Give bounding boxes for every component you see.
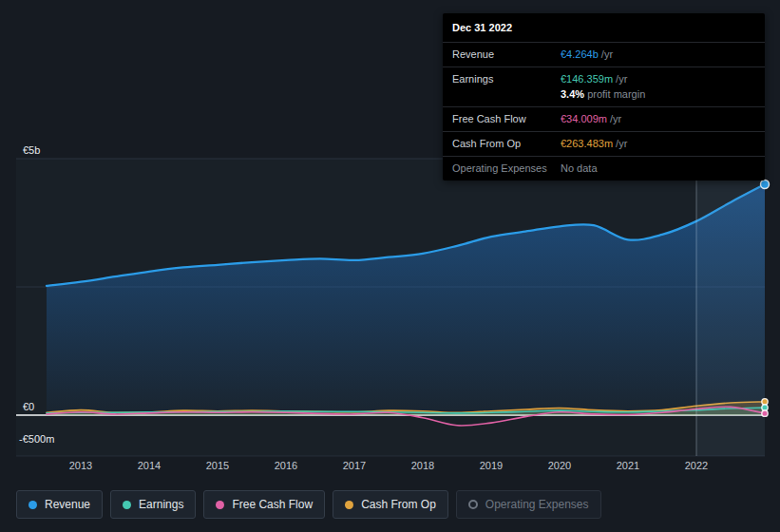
tooltip-row-value: €263.483m /yr (561, 137, 755, 151)
legend-label: Revenue (45, 498, 90, 511)
tooltip-row-value: No data (561, 162, 755, 176)
legend-item-operating-expenses[interactable]: Operating Expenses (456, 490, 601, 519)
legend-item-free-cash-flow[interactable]: Free Cash Flow (203, 490, 325, 519)
tooltip-row-revenue: Revenue€4.264b /yr (443, 42, 765, 66)
tooltip-row-value: €4.264b /yr (561, 48, 755, 62)
legend-item-revenue[interactable]: Revenue (16, 490, 103, 519)
legend-label: Cash From Op (361, 498, 436, 511)
free-cash-flow-series-dot-icon (216, 501, 224, 509)
tooltip-row-label: Operating Expenses (452, 162, 561, 176)
revenue-series-dot-icon (29, 501, 37, 509)
profit-margin-note: 3.4% profit margin (561, 87, 755, 102)
tooltip: Dec 31 2022 Revenue€4.264b /yrEarnings€1… (443, 13, 765, 180)
legend-item-earnings[interactable]: Earnings (110, 490, 196, 519)
tooltip-row-label: Earnings (452, 72, 561, 86)
tooltip-row-value: €146.359m /yr3.4% profit margin (561, 72, 755, 102)
tooltip-row-cash-from-op: Cash From Op€263.483m /yr (443, 131, 765, 156)
legend: RevenueEarningsFree Cash FlowCash From O… (16, 490, 601, 519)
tooltip-date: Dec 31 2022 (443, 13, 765, 42)
y-axis-label-neg500m: -€500m (19, 433, 54, 445)
tooltip-row-label: Revenue (452, 48, 561, 62)
revenue-end-marker (761, 180, 770, 189)
timeseries-area-chart[interactable] (0, 147, 780, 475)
cash-from-op-end-marker (762, 399, 768, 405)
legend-item-cash-from-op[interactable]: Cash From Op (333, 490, 448, 519)
tooltip-row-label: Cash From Op (452, 137, 561, 151)
tooltip-rows: Revenue€4.264b /yrEarnings€146.359m /yr3… (443, 42, 765, 180)
free-cash-flow-end-marker (762, 410, 768, 416)
tooltip-row-value: €34.009m /yr (561, 112, 755, 126)
legend-label: Operating Expenses (485, 498, 589, 511)
earnings-series-dot-icon (123, 501, 131, 509)
y-axis-label-5b: €5b (23, 144, 40, 156)
tooltip-row-label: Free Cash Flow (452, 112, 561, 126)
cash-from-op-series-dot-icon (345, 501, 353, 509)
legend-label: Earnings (139, 498, 183, 511)
forecast-band (696, 159, 765, 456)
legend-label: Free Cash Flow (232, 498, 313, 511)
tooltip-row-operating-expenses: Operating ExpensesNo data (443, 156, 765, 180)
tooltip-row-earnings: Earnings€146.359m /yr3.4% profit margin (443, 66, 765, 106)
operating-expenses-series-ring-icon (468, 500, 478, 509)
tooltip-row-free-cash-flow: Free Cash Flow€34.009m /yr (443, 106, 765, 131)
y-axis-label-zero: €0 (23, 401, 34, 412)
